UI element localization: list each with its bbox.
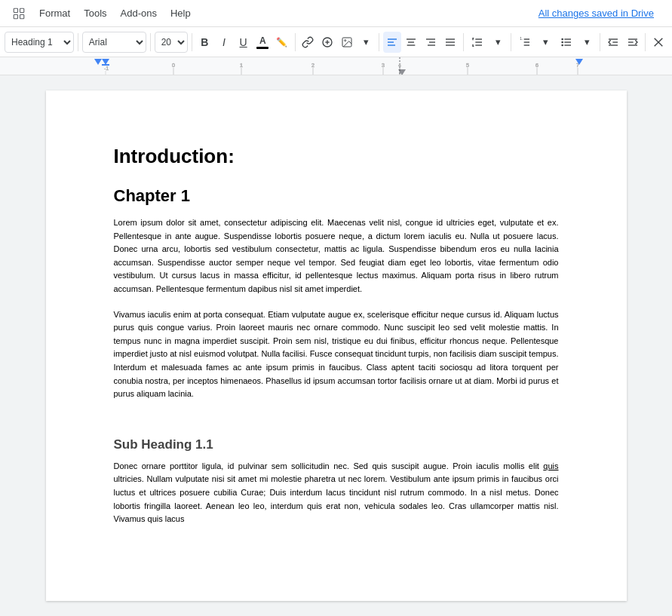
divider-1 <box>78 33 78 51</box>
chapter1-heading: Chapter 1 <box>114 186 559 206</box>
decrease-indent-icon <box>607 36 619 48</box>
text-color-label: A <box>259 35 266 46</box>
svg-text:2: 2 <box>311 63 315 68</box>
increase-indent-icon <box>627 36 639 48</box>
svg-text:4: 4 <box>398 63 401 68</box>
numbered-list-icon: 1. <box>519 36 531 48</box>
paragraph-3-end: ultricies. Nullam vulputate nisi sit ame… <box>114 474 559 523</box>
menu-item-tools[interactable]: Tools <box>78 5 112 22</box>
clear-formatting-button[interactable] <box>649 32 667 53</box>
link-icon <box>302 36 314 48</box>
divider-8 <box>600 33 600 51</box>
bulleted-list-dropdown[interactable]: ▾ <box>578 32 597 53</box>
svg-text:6: 6 <box>535 63 539 68</box>
align-justify-button[interactable] <box>441 32 459 53</box>
document-title: Introduction: <box>114 145 559 168</box>
line-spacing-icon <box>471 36 483 48</box>
insert-link-button[interactable] <box>299 32 318 53</box>
menu-bar: Format Tools Add-ons Help All changes sa… <box>0 0 672 27</box>
divider-3 <box>192 33 192 51</box>
svg-text:-1: -1 <box>104 66 109 71</box>
ruler: -1 0 1 2 3 4 5 6 7 <box>0 57 672 75</box>
align-left-button[interactable] <box>383 32 401 53</box>
underline-button[interactable]: U <box>235 32 253 53</box>
svg-rect-2 <box>14 14 17 18</box>
svg-text:0: 0 <box>172 63 175 68</box>
line-spacing-dropdown-button[interactable]: ▾ <box>489 32 507 53</box>
align-right-button[interactable] <box>422 32 440 53</box>
clear-format-icon <box>652 36 664 48</box>
svg-text:1.: 1. <box>520 37 523 41</box>
bold-button[interactable]: B <box>196 32 214 53</box>
divider-5 <box>379 33 379 51</box>
svg-point-29 <box>562 41 563 42</box>
image-dropdown-button[interactable]: ▾ <box>357 32 376 53</box>
divider-4 <box>295 33 296 51</box>
heading-select[interactable]: Heading 1 Normal text Heading 2 Heading … <box>5 32 74 53</box>
paragraph-2: Vivamus iaculis enim at porta consequat.… <box>114 308 559 401</box>
align-justify-icon <box>444 36 456 48</box>
font-select[interactable]: Arial Times New Roman Verdana Georgia <box>82 32 146 53</box>
svg-point-28 <box>562 38 563 39</box>
divider-2 <box>150 33 151 51</box>
highlight-label: ✏️ <box>276 37 287 48</box>
toolbar: Heading 1 Normal text Heading 2 Heading … <box>0 27 672 57</box>
document-area[interactable]: Introduction: Chapter 1 Lorem ipsum dolo… <box>0 75 672 616</box>
italic-button[interactable]: I <box>215 32 233 53</box>
ruler-svg: -1 0 1 2 3 4 5 6 7 <box>0 57 672 75</box>
paragraph-3: Donec ornare porttitor ligula, id pulvin… <box>114 460 559 526</box>
menu-item-format[interactable]: Format <box>33 5 76 22</box>
svg-point-30 <box>562 44 563 45</box>
highlight-color-button[interactable]: ✏️ <box>273 32 291 53</box>
align-right-icon <box>425 36 437 48</box>
divider-9 <box>645 33 646 51</box>
menu-item-addons[interactable]: Add-ons <box>115 5 163 22</box>
bulleted-list-button[interactable] <box>557 32 577 53</box>
image-icon <box>341 36 353 48</box>
svg-rect-0 <box>14 8 17 12</box>
svg-rect-1 <box>20 8 24 12</box>
insert-image-button[interactable] <box>338 32 356 53</box>
bulleted-list-icon <box>560 36 572 48</box>
paragraph-3-underline: quis <box>543 461 558 470</box>
numbered-list-button[interactable]: 1. <box>515 32 535 53</box>
text-color-bar <box>256 47 268 49</box>
menu-item-help[interactable]: Help <box>164 5 197 22</box>
align-left-icon <box>386 36 398 48</box>
saved-status: All changes saved in Drive <box>532 5 660 22</box>
font-size-select[interactable]: 8101214 161820 243648 <box>155 32 188 53</box>
svg-text:5: 5 <box>466 63 469 68</box>
line-spacing-button[interactable] <box>467 32 487 53</box>
menu-item-file[interactable] <box>6 4 32 23</box>
divider-7 <box>511 33 511 51</box>
spacer <box>114 413 559 437</box>
subheading-1: Sub Heading 1.1 <box>114 437 559 452</box>
divider-6 <box>463 33 464 51</box>
svg-point-8 <box>344 39 345 41</box>
svg-text:3: 3 <box>382 63 385 68</box>
paragraph-1: Lorem ipsum dolor sit amet, consectetur … <box>114 216 559 296</box>
text-color-button[interactable]: A <box>253 32 272 53</box>
align-center-button[interactable] <box>403 32 421 53</box>
svg-rect-3 <box>20 14 24 18</box>
paragraph-3-start: Donec ornare porttitor ligula, id pulvin… <box>114 461 544 470</box>
align-center-icon <box>405 36 417 48</box>
svg-text:1: 1 <box>240 63 243 68</box>
insert-icon <box>321 36 333 48</box>
numbered-list-dropdown[interactable]: ▾ <box>537 32 555 53</box>
document-page: Introduction: Chapter 1 Lorem ipsum dolo… <box>46 90 627 601</box>
increase-indent-button[interactable] <box>624 32 642 53</box>
decrease-indent-button[interactable] <box>604 32 622 53</box>
insert-comment-button[interactable] <box>318 32 336 53</box>
